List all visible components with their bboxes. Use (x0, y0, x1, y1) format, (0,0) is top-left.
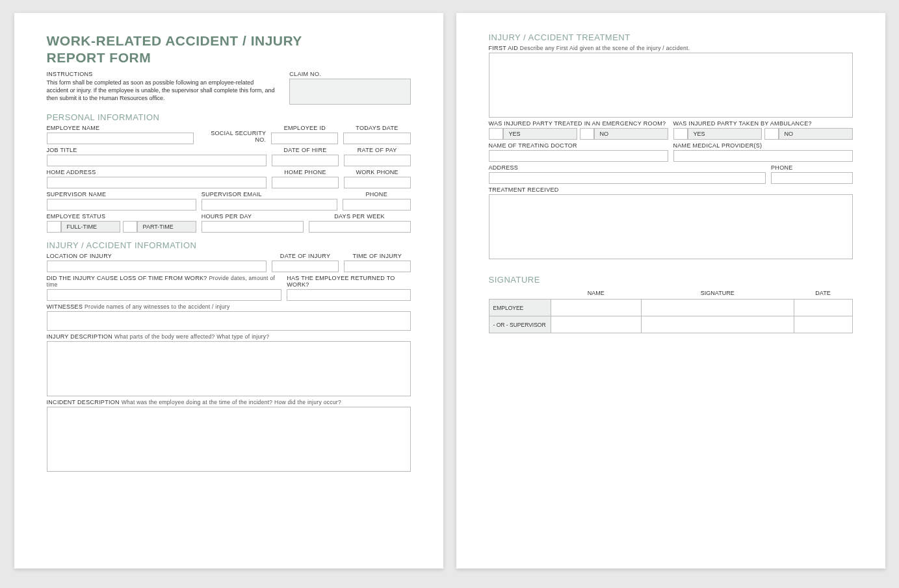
work-phone-input[interactable] (344, 177, 411, 188)
instructions-label: INSTRUCTIONS (47, 71, 277, 77)
todays-date-input[interactable] (343, 133, 410, 144)
amb-no-label: NO (779, 128, 853, 140)
er-no-checkbox[interactable] (580, 128, 594, 140)
part-time-checkbox[interactable] (123, 221, 137, 233)
employee-id-input[interactable] (271, 133, 338, 144)
full-time-label: FULL-TIME (61, 221, 120, 233)
work-phone-label: WORK PHONE (344, 169, 411, 175)
supervisor-phone-input[interactable] (343, 199, 411, 211)
witnesses-q: WITNESSES (47, 303, 83, 310)
claim-no-input[interactable] (289, 79, 410, 105)
signature-table: NAME SIGNATURE DATE EMPLOYEE - OR - SUPE… (489, 287, 853, 333)
date-injury-label: DATE OF INJURY (272, 253, 339, 259)
injury-desc-input[interactable] (47, 341, 411, 396)
employee-status-label: EMPLOYEE STATUS (47, 213, 196, 220)
page-2: INJURY / ACCIDENT TREATMENT FIRST AID De… (456, 13, 885, 569)
amb-yes-checkbox[interactable] (673, 128, 688, 140)
date-hire-input[interactable] (272, 155, 339, 166)
phone2-input[interactable] (771, 172, 852, 184)
sig-supervisor-name-input[interactable] (551, 316, 642, 333)
employee-id-label: EMPLOYEE ID (271, 125, 338, 131)
sig-employee-date-input[interactable] (794, 300, 852, 316)
rate-pay-label: RATE OF PAY (344, 147, 411, 153)
personal-info-heading: PERSONAL INFORMATION (47, 112, 411, 122)
treatment-received-input[interactable] (489, 194, 853, 259)
hours-per-day-input[interactable] (202, 221, 304, 233)
doctor-label: NAME OF TREATING DOCTOR (489, 142, 668, 149)
title-line-1: WORK-RELATED ACCIDENT / INJURY (47, 33, 302, 48)
supervisor-name-label: SUPERVISOR NAME (47, 191, 196, 198)
job-title-input[interactable] (47, 155, 267, 166)
signature-heading: SIGNATURE (489, 275, 853, 285)
incident-desc-sub: What was the employee doing at the time … (122, 399, 341, 405)
days-per-week-label: DAYS PER WEEK (309, 213, 411, 220)
supervisor-email-label: SUPERVISOR EMAIL (202, 191, 337, 198)
full-time-checkbox[interactable] (47, 221, 61, 233)
sig-name-header: NAME (551, 287, 642, 300)
treatment-received-label: TREATMENT RECEIVED (489, 186, 853, 193)
hours-per-day-label: HOURS PER DAY (202, 213, 304, 220)
address-input[interactable] (489, 172, 766, 184)
location-injury-input[interactable] (47, 261, 267, 272)
returned-label: HAS THE EMPLOYEE RETURNED TO WORK? (287, 275, 410, 288)
ssn-label: SOCIAL SECURITY NO. (199, 130, 266, 143)
rate-pay-input[interactable] (344, 155, 411, 166)
location-injury-label: LOCATION OF INJURY (47, 253, 267, 259)
provider-input[interactable] (673, 150, 853, 162)
date-injury-input[interactable] (272, 261, 339, 272)
er-yes-checkbox[interactable] (489, 128, 503, 140)
employee-name-label: EMPLOYEE NAME (47, 125, 194, 131)
time-injury-input[interactable] (344, 261, 411, 272)
employee-name-input[interactable] (47, 133, 194, 144)
todays-date-label: TODAYS DATE (343, 125, 410, 131)
title-line-2: REPORT FORM (47, 50, 151, 65)
ambulance-question-label: WAS INJURED PARTY TAKEN BY AMBULANCE? (673, 120, 853, 127)
er-yes-label: YES (503, 128, 577, 140)
treatment-heading: INJURY / ACCIDENT TREATMENT (489, 32, 853, 42)
er-question-label: WAS INJURED PARTY TREATED IN AN EMERGENC… (489, 120, 668, 127)
supervisor-name-input[interactable] (47, 199, 196, 211)
sig-employee-signature-input[interactable] (642, 300, 794, 316)
er-no-label: NO (594, 128, 668, 140)
supervisor-phone-label: PHONE (343, 191, 411, 198)
witnesses-input[interactable] (47, 311, 411, 331)
amb-yes-label: YES (688, 128, 762, 140)
injury-info-heading: INJURY / ACCIDENT INFORMATION (47, 240, 411, 250)
supervisor-email-input[interactable] (202, 199, 337, 211)
first-aid-input[interactable] (489, 53, 853, 118)
incident-desc-label: INCIDENT DESCRIPTION What was the employ… (47, 399, 411, 405)
home-address-label: HOME ADDRESS (47, 169, 267, 175)
loss-time-input[interactable] (47, 289, 282, 301)
incident-desc-q: INCIDENT DESCRIPTION (47, 399, 120, 405)
part-time-label: PART-TIME (137, 221, 196, 233)
first-aid-label: FIRST AID Describe any First Aid given a… (489, 45, 853, 51)
doctor-input[interactable] (489, 150, 668, 162)
home-phone-label: HOME PHONE (272, 169, 339, 175)
claim-no-label: CLAIM NO. (289, 71, 410, 77)
returned-input[interactable] (287, 289, 410, 301)
sig-supervisor-row-label: - OR - SUPERVISOR (489, 316, 551, 333)
home-phone-input[interactable] (272, 177, 339, 188)
instructions-text: This form shall be completed as soon as … (47, 79, 277, 102)
days-per-week-input[interactable] (309, 221, 411, 233)
sig-signature-header: SIGNATURE (642, 287, 794, 300)
phone2-label: PHONE (771, 164, 852, 171)
incident-desc-input[interactable] (47, 407, 411, 472)
sig-supervisor-signature-input[interactable] (642, 316, 794, 333)
page-1: WORK-RELATED ACCIDENT / INJURY REPORT FO… (14, 13, 443, 569)
home-address-input[interactable] (47, 177, 267, 188)
sig-supervisor-date-input[interactable] (794, 316, 852, 333)
sig-employee-row-label: EMPLOYEE (489, 300, 551, 316)
provider-label: NAME MEDICAL PROVIDER(S) (673, 142, 853, 149)
witnesses-sub: Provide names of any witnesses to the ac… (85, 303, 229, 310)
amb-no-checkbox[interactable] (764, 128, 779, 140)
injury-desc-sub: What parts of the body were affected? Wh… (114, 333, 269, 340)
witnesses-label: WITNESSES Provide names of any witnesses… (47, 303, 411, 310)
sig-date-header: DATE (794, 287, 852, 300)
injury-desc-q: INJURY DESCRIPTION (47, 333, 113, 340)
sig-employee-name-input[interactable] (551, 300, 642, 316)
job-title-label: JOB TITLE (47, 147, 267, 153)
time-injury-label: TIME OF INJURY (344, 253, 411, 259)
date-hire-label: DATE OF HIRE (272, 147, 339, 153)
address-label: ADDRESS (489, 164, 766, 171)
